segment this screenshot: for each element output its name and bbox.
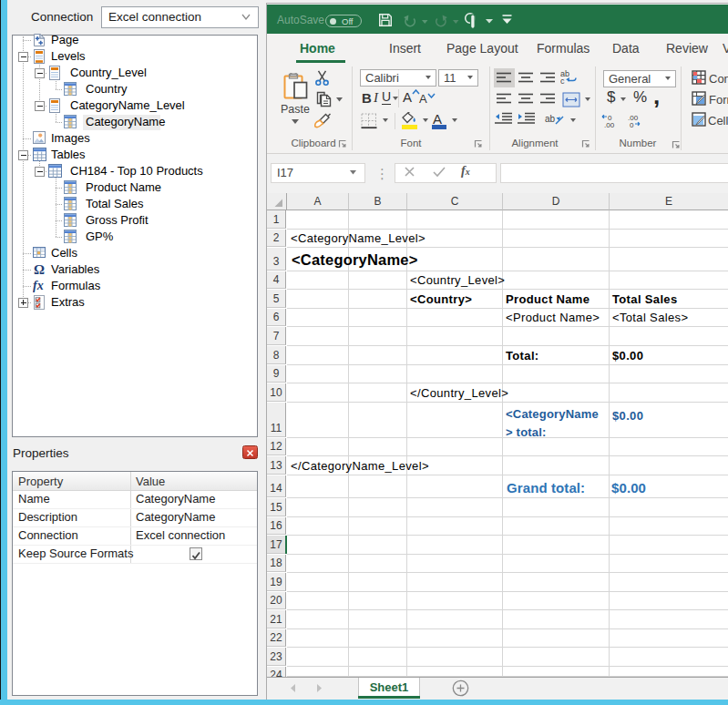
svg-text:c: c <box>560 77 565 85</box>
svg-text:fx: fx <box>33 279 44 292</box>
svg-text:Ω: Ω <box>34 262 45 277</box>
svg-text:ab: ab <box>545 114 556 124</box>
svg-text:.00: .00 <box>604 121 615 128</box>
svg-text:0: 0 <box>630 121 634 128</box>
